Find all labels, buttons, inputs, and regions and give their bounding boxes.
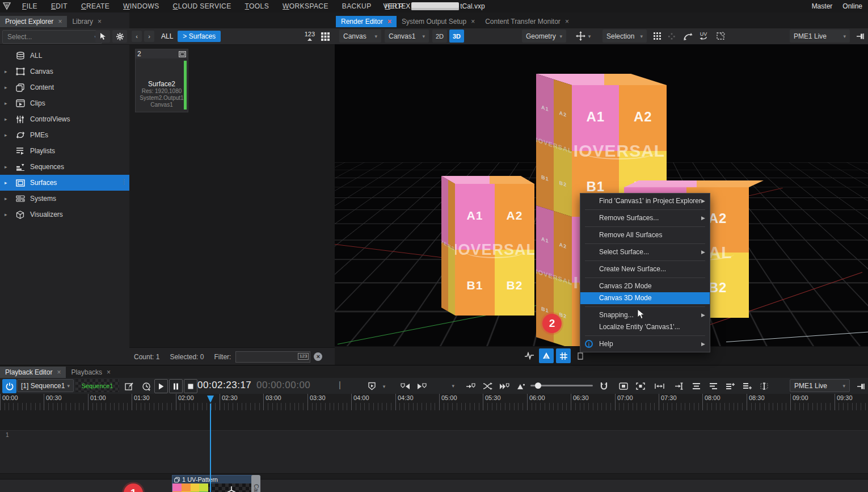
select-dropdown[interactable]: Select...▾ — [2, 30, 102, 44]
play-button[interactable] — [154, 379, 168, 393]
menu-item-remove-all-surfaces[interactable]: Remove All Surfaces — [580, 229, 710, 241]
settings-button[interactable] — [112, 30, 127, 43]
close-icon[interactable]: × — [58, 18, 62, 26]
tree-item-controlviews[interactable]: ▸ ControlViews — [0, 111, 129, 127]
breadcrumb-root[interactable]: ALL — [161, 32, 173, 40]
tree-item-canvas[interactable]: ▸ Canvas — [0, 64, 129, 79]
timeline-ruler[interactable]: 00:0000:3001:0001:3002:0002:3003:0003:30… — [0, 394, 868, 411]
skip-to-cue-button[interactable] — [496, 379, 512, 393]
close-icon[interactable]: × — [387, 18, 391, 26]
close-icon[interactable]: × — [471, 18, 475, 26]
pause-button[interactable] — [169, 379, 183, 393]
menu-create[interactable]: CREATE — [74, 2, 116, 10]
panel-splitter-handle[interactable]: ⋮ — [121, 180, 127, 183]
goto-cue-button[interactable] — [462, 379, 478, 393]
menu-workspace[interactable]: WORKSPACE — [276, 2, 335, 10]
sort-numeric-button[interactable]: 123 — [305, 32, 315, 41]
zoom-fit-button[interactable] — [514, 379, 529, 393]
filter-input[interactable]: 123 — [235, 351, 310, 363]
pin-panel-button[interactable] — [854, 30, 866, 43]
close-icon[interactable]: × — [107, 368, 111, 376]
menu-item-canvas-2d-mode[interactable]: Canvas 2D Mode — [580, 280, 710, 292]
tab-playbacks[interactable]: Playbacks× — [66, 367, 116, 378]
align-clips-button[interactable] — [688, 379, 704, 393]
add-track-above-button[interactable] — [722, 379, 738, 393]
menu-windows[interactable]: WINDOWS — [116, 2, 166, 10]
tab-system-output-setup[interactable]: System Output Setup× — [397, 16, 480, 27]
tab-render-editor[interactable]: Render Editor× — [336, 16, 397, 27]
tree-item-systems[interactable]: ▸ Systems — [0, 191, 129, 207]
tree-item-all[interactable]: ALL — [0, 48, 129, 64]
close-icon[interactable]: × — [98, 18, 102, 26]
nav-back-button[interactable]: ‹ — [132, 31, 142, 42]
pick-tool-button[interactable] — [95, 30, 110, 43]
pin-panel-button[interactable] — [854, 379, 867, 393]
timecode-mode-button[interactable] — [139, 379, 154, 393]
wireframe-grid-button[interactable] — [556, 348, 571, 363]
sequence-selector-dropdown[interactable]: [1] Sequence1▾ — [17, 379, 74, 392]
align-left-button[interactable] — [705, 379, 721, 393]
menu-item-select-surface[interactable]: Select Surface...▶ — [580, 246, 710, 258]
edit-sequence-button[interactable] — [122, 379, 137, 393]
stop-button[interactable] — [184, 379, 197, 393]
vertex-snap-button[interactable] — [665, 30, 679, 43]
flip-normals-button[interactable] — [681, 30, 694, 43]
selection-dropdown[interactable]: Selection▾ — [602, 30, 647, 43]
tab-content-transfer-monitor[interactable]: Content Transfer Monitor× — [480, 16, 574, 27]
cue-list-dropdown[interactable]: ▾ — [434, 379, 458, 392]
track-row[interactable]: 1 — [0, 430, 868, 474]
insert-time-button[interactable] — [671, 379, 687, 393]
cue-marker-button[interactable] — [363, 379, 380, 393]
geometry-dropdown[interactable]: Geometry▾ — [522, 30, 566, 43]
move-tool-button[interactable]: ▾ — [571, 30, 596, 43]
tree-item-surfaces[interactable]: ▸ Surfaces — [0, 175, 129, 191]
tab-playback-editor[interactable]: Playback Editor× — [0, 367, 66, 378]
next-cue-button[interactable] — [414, 379, 430, 393]
cue-marker-dropdown[interactable]: ▾ — [379, 379, 389, 393]
timeline-zoom-slider[interactable] — [530, 385, 593, 386]
breadcrumb-current[interactable]: > Surfaces — [178, 31, 221, 42]
pme-live-dropdown[interactable]: PME1 Live▾ — [790, 30, 850, 43]
tree-item-sequences[interactable]: ▸ Sequences — [0, 159, 129, 175]
previous-cue-button[interactable] — [397, 379, 413, 393]
canvas-name-dropdown[interactable]: Canvas1▾ — [385, 30, 429, 43]
menu-cloud-service[interactable]: CLOUD SERVICE — [166, 2, 238, 10]
sequence-preview-thumbnail[interactable]: Sequence1 — [75, 379, 119, 392]
timeline-tracks[interactable]: 1 1 UV-Pattern IOVERSAL Canvas1 1 — [0, 410, 868, 492]
fit-horizontal-button[interactable] — [651, 379, 667, 393]
menu-debug[interactable]: DEBUG — [411, 2, 450, 10]
add-track-below-button[interactable] — [739, 379, 755, 393]
marquee-button[interactable] — [714, 30, 727, 43]
tree-item-clips[interactable]: ▸ Clips — [0, 95, 129, 111]
nav-forward-button[interactable]: › — [144, 31, 154, 42]
shaded-view-button[interactable] — [539, 348, 554, 363]
clip-canvas-tag[interactable]: Canvas1 — [251, 475, 260, 492]
tab-library[interactable]: Library× — [67, 16, 107, 27]
playback-power-button[interactable] — [2, 379, 16, 393]
menu-help[interactable]: HELP — [378, 2, 411, 10]
performance-graph-button[interactable] — [522, 348, 537, 363]
menu-item-create-new-surface[interactable]: Create New Surface... — [580, 263, 710, 275]
canvas-type-dropdown[interactable]: Canvas▾ — [339, 30, 381, 43]
frame-all-button[interactable] — [616, 379, 631, 393]
mode-2d-button[interactable]: 2D — [432, 30, 447, 43]
slider-handle[interactable] — [535, 382, 541, 389]
tab-project-explorer[interactable]: Project Explorer× — [0, 16, 67, 27]
tree-item-content[interactable]: ▸ Content — [0, 79, 129, 95]
tree-item-pmes[interactable]: ▸ PMEs — [0, 127, 129, 143]
timeline-clip[interactable]: 1 UV-Pattern IOVERSAL — [172, 475, 255, 492]
close-icon[interactable]: × — [565, 18, 569, 26]
menu-backup[interactable]: BACKUP — [335, 2, 378, 10]
grid-snap-button[interactable] — [650, 30, 664, 43]
menu-edit[interactable]: EDIT — [44, 2, 74, 10]
trim-tool-button[interactable] — [756, 379, 772, 393]
filter-clear-button[interactable]: × — [314, 352, 322, 361]
menu-item-canvas-3d-mode[interactable]: Canvas 3D Mode — [580, 292, 710, 304]
frame-selection-button[interactable] — [633, 379, 648, 393]
uv-edit-button[interactable]: UV — [697, 30, 710, 43]
menu-item-localize-entity[interactable]: Localize Entity 'Canvas1'... — [580, 321, 710, 333]
menu-item-find-canvas[interactable]: Find 'Canvas1' in Project Explorer▶ — [580, 195, 710, 207]
shuffle-button[interactable] — [479, 379, 495, 393]
menu-tools[interactable]: TOOLS — [238, 2, 276, 10]
follow-playhead-button[interactable] — [596, 379, 612, 393]
